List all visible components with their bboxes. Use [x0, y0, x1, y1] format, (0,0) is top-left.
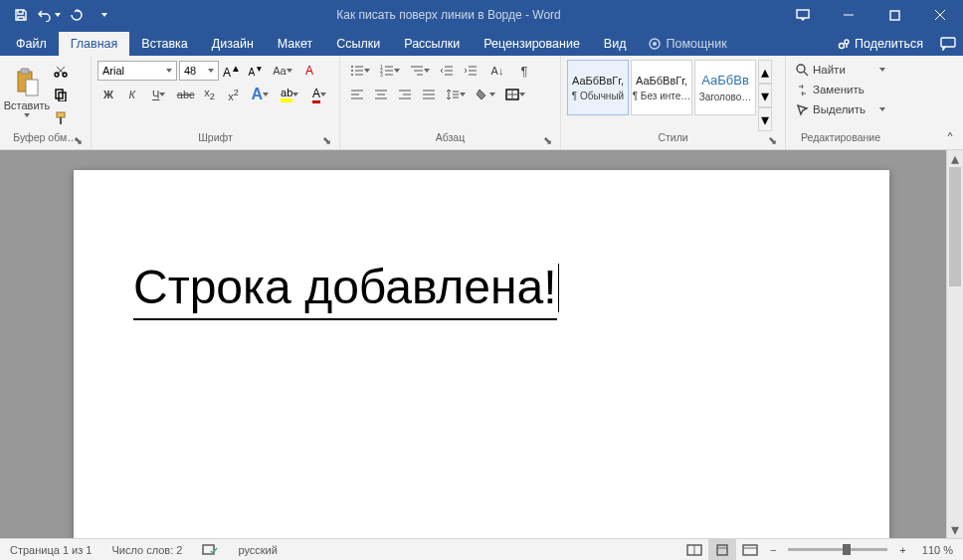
page[interactable]: Строка добавлена!	[74, 170, 889, 538]
redo-icon[interactable]	[64, 3, 90, 27]
tab-file[interactable]: Файл	[4, 32, 59, 56]
qat-customize-icon[interactable]	[92, 3, 117, 27]
tell-me-input[interactable]: Помощник	[638, 32, 736, 56]
format-painter-icon[interactable]	[50, 107, 72, 129]
language-button[interactable]: русский	[228, 539, 287, 560]
style-no-spacing[interactable]: АаБбВвГг, ¶ Без инте…	[631, 60, 692, 115]
svg-rect-10	[26, 80, 38, 95]
scroll-down-icon[interactable]: ▾	[947, 521, 963, 538]
numbering-icon[interactable]: 123	[376, 60, 404, 82]
style-normal[interactable]: АаБбВвГг, ¶ Обычный	[567, 60, 629, 115]
paste-button[interactable]: Вставить	[6, 60, 48, 125]
change-case-icon[interactable]: Aa	[269, 60, 296, 82]
bold-button[interactable]: Ж	[97, 84, 119, 105]
svg-point-18	[351, 70, 353, 72]
style-heading1[interactable]: АаБбВв Заголово…	[694, 60, 756, 115]
share-label: Поделиться	[855, 37, 923, 51]
font-launcher-icon[interactable]: ⬊	[319, 133, 333, 147]
comments-icon[interactable]	[933, 32, 963, 56]
subscript-button[interactable]: x2	[199, 84, 221, 105]
styles-launcher-icon[interactable]: ⬊	[765, 133, 779, 147]
gallery-down-icon[interactable]: ▾	[758, 84, 772, 107]
decrease-indent-icon[interactable]	[436, 60, 458, 82]
ribbon-tabs: Файл Главная Вставка Дизайн Макет Ссылки…	[0, 30, 963, 56]
document-text[interactable]: Строка добавлена!	[133, 260, 557, 320]
clear-formatting-icon[interactable]: A	[298, 60, 320, 82]
tab-home[interactable]: Главная	[59, 32, 130, 56]
clipboard-launcher-icon[interactable]: ⬊	[71, 133, 85, 147]
cut-icon[interactable]	[50, 60, 72, 82]
undo-icon[interactable]	[36, 3, 62, 27]
status-bar: Страница 1 из 1 Число слов: 2 русский − …	[0, 538, 963, 560]
highlight-icon[interactable]: ab	[276, 84, 303, 105]
zoom-slider[interactable]	[788, 548, 887, 551]
svg-point-6	[845, 40, 849, 44]
gallery-up-icon[interactable]: ▴	[758, 60, 772, 84]
copy-icon[interactable]	[50, 84, 72, 105]
increase-indent-icon[interactable]	[460, 60, 482, 82]
bullets-icon[interactable]	[346, 60, 374, 82]
tab-references[interactable]: Ссылки	[324, 32, 392, 56]
save-icon[interactable]	[8, 3, 34, 27]
shrink-font-icon[interactable]: A▼	[245, 60, 267, 82]
share-button[interactable]: Поделиться	[827, 32, 933, 56]
tell-me-label: Помощник	[666, 37, 726, 51]
tab-design[interactable]: Дизайн	[200, 32, 266, 56]
select-button[interactable]: Выделить	[792, 99, 889, 119]
align-left-icon[interactable]	[346, 84, 368, 105]
read-mode-icon[interactable]	[680, 539, 708, 561]
sort-icon[interactable]: A↓	[483, 60, 511, 82]
group-paragraph: 123 A↓ ¶ Абзац⬊	[340, 56, 561, 149]
print-layout-icon[interactable]	[708, 539, 736, 561]
svg-rect-15	[57, 112, 65, 117]
quick-access-toolbar	[0, 3, 117, 27]
svg-text:3: 3	[380, 72, 383, 77]
minimize-icon[interactable]	[826, 0, 871, 30]
close-icon[interactable]	[917, 0, 963, 30]
vertical-scrollbar[interactable]: ▴ ▾	[946, 150, 963, 538]
justify-icon[interactable]	[418, 84, 440, 105]
strikethrough-button[interactable]: abc	[175, 84, 197, 105]
tab-mailings[interactable]: Рассылки	[392, 32, 472, 56]
text-effects-icon[interactable]: A	[246, 84, 274, 105]
zoom-out-button[interactable]: −	[764, 539, 782, 560]
zoom-thumb[interactable]	[843, 544, 851, 555]
collapse-ribbon-icon[interactable]: ˄	[941, 131, 959, 147]
scroll-track[interactable]	[947, 167, 963, 521]
grow-font-icon[interactable]: A▲	[221, 60, 243, 82]
tab-review[interactable]: Рецензирование	[472, 32, 592, 56]
tab-view[interactable]: Вид	[592, 32, 639, 56]
paragraph-launcher-icon[interactable]: ⬊	[540, 133, 554, 147]
italic-button[interactable]: К	[121, 84, 143, 105]
align-right-icon[interactable]	[394, 84, 416, 105]
tab-insert[interactable]: Вставка	[129, 32, 199, 56]
borders-icon[interactable]	[501, 84, 529, 105]
font-name-combo[interactable]: Arial	[97, 61, 177, 81]
svg-rect-7	[941, 38, 955, 47]
ribbon-options-icon[interactable]	[780, 0, 826, 30]
line-spacing-icon[interactable]	[442, 84, 470, 105]
svg-point-16	[351, 66, 353, 68]
find-button[interactable]: Найти	[792, 60, 889, 80]
multilevel-list-icon[interactable]	[406, 60, 434, 82]
svg-rect-60	[717, 545, 727, 555]
font-color-icon[interactable]: A	[305, 84, 333, 105]
maximize-icon[interactable]	[871, 0, 917, 30]
replace-button[interactable]: Заменить	[792, 80, 889, 99]
spellcheck-icon[interactable]	[192, 539, 228, 560]
word-count[interactable]: Число слов: 2	[101, 539, 192, 560]
align-center-icon[interactable]	[370, 84, 392, 105]
scroll-up-icon[interactable]: ▴	[947, 150, 963, 167]
show-marks-icon[interactable]: ¶	[513, 60, 535, 82]
scroll-thumb[interactable]	[949, 167, 961, 286]
page-count[interactable]: Страница 1 из 1	[0, 539, 101, 560]
gallery-more-icon[interactable]: ▾	[758, 107, 772, 131]
tab-layout[interactable]: Макет	[266, 32, 324, 56]
font-size-combo[interactable]: 48	[179, 61, 219, 81]
underline-button[interactable]: Ч	[145, 84, 173, 105]
shading-icon[interactable]	[472, 84, 499, 105]
superscript-button[interactable]: x2	[223, 84, 245, 105]
zoom-in-button[interactable]: +	[893, 539, 911, 560]
zoom-level[interactable]: 110 %	[912, 539, 963, 560]
web-layout-icon[interactable]	[736, 539, 764, 561]
